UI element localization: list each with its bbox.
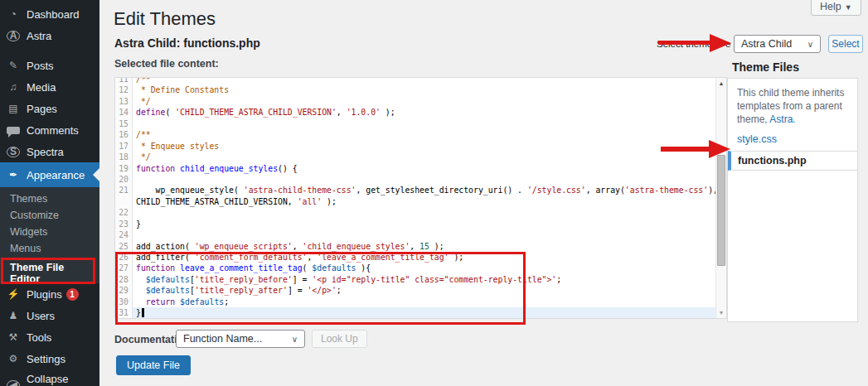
sidebar-item-pages[interactable]: ▤Pages (0, 98, 99, 119)
code-line: 22 (115, 207, 726, 218)
code-token: $defaults (312, 263, 356, 273)
sidebar-item-settings[interactable]: ⚙Settings (0, 348, 99, 369)
line-number: 29 (115, 285, 133, 296)
chevron-down-icon: ∨ (292, 335, 298, 344)
documentation-select[interactable]: Function Name... ∨ (176, 330, 305, 348)
pages-icon: ▤ (7, 103, 20, 114)
sidebar-item-astra[interactable]: AAstra (0, 25, 99, 46)
sidebar-item-posts[interactable]: ✎Posts (0, 55, 99, 76)
code-token: 'all' (298, 197, 322, 206)
sidebar-item-dashboard[interactable]: ◔Dashboard (0, 3, 99, 25)
selected-file-label: Selected file content: (114, 58, 219, 70)
sidebar-item-label: Appearance (27, 169, 85, 181)
sidebar-item-collapse-menu[interactable]: ◀Collapse menu (0, 374, 99, 386)
code-text: * Enqueue styles (133, 141, 726, 152)
code-line: 27function leave_a_comment_title_tag( $d… (115, 263, 726, 273)
editor-scrollbar[interactable]: ▲ ▼ (715, 78, 726, 318)
code-line: 25add_action( 'wp_enqueue_scripts', 'chi… (115, 241, 726, 252)
code-text: function child_enqueue_styles() { (133, 163, 726, 174)
sidebar-item-spectra[interactable]: SSpectra (0, 141, 99, 162)
code-token: , (293, 242, 303, 251)
theme-files-list: style.cssfunctions.php (728, 133, 857, 171)
submenu-item-customize[interactable]: Customize (0, 207, 99, 224)
code-token: 'leave_a_comment_title_tag' (317, 253, 449, 262)
theme-file-link[interactable]: style.css (737, 133, 848, 145)
code-token: function (136, 263, 175, 273)
code-token: $defaults (180, 297, 224, 306)
code-line: 20 (115, 174, 726, 185)
menu-separator (0, 46, 99, 55)
theme-file-item-selected[interactable]: functions.php (728, 151, 857, 171)
line-number: 19 (115, 163, 133, 174)
spectra-icon: S (7, 147, 20, 157)
sidebar-item-tools[interactable]: ⚒Tools (0, 326, 99, 348)
line-number: 21 (115, 185, 133, 195)
chevron-down-icon: ▼ (845, 3, 852, 12)
admin-sidebar: ◔DashboardAAstra✎Posts♫Media▤PagesCommen… (0, 0, 99, 386)
theme-files-description: This child theme inherits templates from… (728, 79, 857, 126)
sidebar-item-label: Dashboard (27, 8, 80, 21)
sidebar-item-media[interactable]: ♫Media (0, 76, 99, 98)
code-line: 29 $defaults['title_reply_after'] = '</p… (115, 285, 726, 296)
code-token: leave_a_comment_title_tag (180, 263, 302, 273)
code-token: add_filter( (136, 253, 195, 262)
theme-files-heading: Theme Files (732, 60, 799, 74)
code-token: ] = (293, 275, 313, 284)
submenu-item-theme-file-editor[interactable]: Theme File Editor (0, 257, 99, 278)
code-token: ); (429, 242, 444, 251)
update-file-button[interactable]: Update File (116, 355, 191, 375)
parent-theme-link[interactable]: Astra. (769, 113, 795, 125)
collapse-icon: ◀ (7, 380, 20, 386)
line-number: 15 (115, 118, 133, 129)
code-token (136, 286, 146, 295)
line-number: 31 (115, 307, 133, 318)
scroll-up-icon[interactable]: ▲ (716, 78, 726, 89)
code-token: 'title_reply_after' (195, 286, 288, 295)
code-text: */ (133, 96, 726, 107)
sidebar-item-label: Astra (27, 30, 51, 42)
select-theme-button[interactable]: Select (828, 35, 863, 53)
tools-icon: ⚒ (7, 331, 20, 343)
theme-select-dropdown[interactable]: Astra Child ∨ (734, 35, 821, 53)
sidebar-item-label: Spectra (27, 146, 64, 158)
code-text: add_action( 'wp_enqueue_scripts', 'child… (133, 241, 726, 252)
code-token: 15 (419, 242, 429, 251)
code-token: /** (136, 77, 151, 84)
code-editor[interactable]: 11/**12 * Define Constants13 */14define(… (114, 77, 727, 319)
code-token: , (410, 242, 419, 251)
scrollbar-thumb[interactable] (717, 155, 725, 266)
scroll-down-icon[interactable]: ▼ (716, 307, 726, 318)
documentation-select-value: Function Name... (183, 333, 262, 345)
code-text: * Define Constants (133, 84, 726, 95)
code-line: 30 return $defaults; (115, 297, 726, 307)
code-line: 11/** (115, 77, 726, 84)
code-token: ){ (356, 263, 371, 273)
chevron-down-icon: ∨ (807, 40, 813, 49)
lookup-button[interactable]: Look Up (312, 330, 367, 348)
code-token: define (136, 108, 165, 117)
submenu-item-menus[interactable]: Menus (0, 240, 99, 257)
code-token: ( (303, 263, 313, 273)
sidebar-item-comments[interactable]: Comments (0, 119, 99, 141)
code-text (133, 118, 726, 129)
code-token: */ (136, 152, 151, 162)
code-token (136, 297, 146, 306)
sidebar-menu: ◔DashboardAAstra✎Posts♫Media▤PagesCommen… (0, 0, 99, 386)
code-text: function leave_a_comment_title_tag( $def… (133, 263, 726, 273)
code-token: CHILD_THEME_ASTRA_CHILD_VERSION, (136, 197, 298, 206)
code-token: } (136, 308, 141, 317)
sidebar-item-plugins[interactable]: ⚡Plugins1 (0, 283, 99, 305)
appearance-submenu: ThemesCustomizeWidgetsMenusTheme File Ed… (0, 187, 99, 283)
help-button[interactable]: Help▼ (811, 0, 861, 16)
sidebar-item-users[interactable]: ♟Users (0, 305, 99, 326)
code-token: ] = (288, 286, 308, 295)
submenu-item-themes[interactable]: Themes (0, 191, 99, 207)
sidebar-item-appearance[interactable]: ✒Appearance (0, 162, 99, 187)
line-number: 14 (115, 107, 133, 118)
code-text: add_filter( 'comment_form_defaults', 'le… (133, 252, 726, 263)
code-line: 31} (115, 307, 726, 318)
line-number: 22 (115, 207, 133, 218)
submenu-item-widgets[interactable]: Widgets (0, 224, 99, 240)
code-line: 23} (115, 219, 726, 229)
code-token: ); (381, 108, 395, 117)
